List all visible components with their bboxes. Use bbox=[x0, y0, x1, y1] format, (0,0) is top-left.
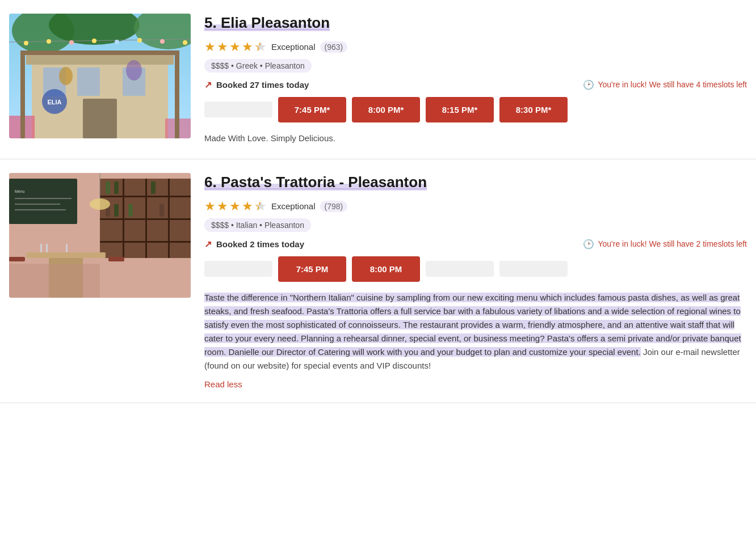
rating-row-1: ★ ★ ★ ★ ★ ★ Exceptional (963) bbox=[204, 40, 747, 54]
star-1-4: ★ bbox=[242, 40, 253, 54]
restaurant-name-2[interactable]: 6 bbox=[204, 174, 212, 191]
svg-point-12 bbox=[47, 39, 51, 44]
star-2-4: ★ bbox=[242, 199, 253, 214]
booking-row-2: ↗ Booked 2 times today 🕑 You're in luck!… bbox=[204, 239, 747, 250]
restaurant-card-1: ELIA 5. Elia Pleasanton ★ ★ ★ ★ bbox=[0, 0, 756, 159]
svg-point-20 bbox=[126, 60, 142, 81]
svg-point-14 bbox=[92, 39, 96, 43]
svg-point-19 bbox=[59, 67, 73, 85]
svg-rect-25 bbox=[20, 50, 25, 138]
svg-text:Menu: Menu bbox=[15, 189, 25, 193]
star-2-1: ★ bbox=[204, 199, 216, 214]
svg-rect-40 bbox=[114, 204, 119, 217]
svg-point-57 bbox=[90, 198, 110, 210]
stars-1: ★ ★ ★ ★ ★ ★ bbox=[204, 40, 267, 54]
svg-rect-51 bbox=[9, 257, 25, 261]
svg-rect-26 bbox=[175, 50, 179, 138]
restaurant-list: ELIA 5. Elia Pleasanton ★ ★ ★ ★ bbox=[0, 0, 756, 403]
svg-rect-43 bbox=[159, 204, 164, 217]
svg-rect-27 bbox=[20, 50, 179, 55]
restaurant-title-1[interactable]: Elia Pleasanton bbox=[221, 14, 330, 31]
svg-rect-34 bbox=[123, 179, 124, 258]
luck-clock-icon-1: 🕑 bbox=[583, 79, 594, 90]
svg-point-11 bbox=[24, 41, 28, 45]
star-1-2: ★ bbox=[217, 40, 228, 54]
booking-row-1: ↗ Booked 27 times today 🕑 You're in luck… bbox=[204, 79, 747, 90]
timeslot-btn-1-4[interactable]: 8:30 PM* bbox=[499, 97, 568, 122]
svg-rect-53 bbox=[40, 244, 42, 252]
rating-label-1: Exceptional bbox=[271, 42, 316, 52]
rating-label-2: Exceptional bbox=[271, 201, 316, 211]
svg-point-16 bbox=[137, 38, 142, 43]
read-less-link-2[interactable]: Read less bbox=[204, 379, 747, 389]
restaurant-title-2[interactable]: Pasta's Trattoria - Pleasanton bbox=[221, 174, 427, 191]
svg-rect-41 bbox=[128, 204, 133, 217]
svg-rect-44 bbox=[9, 179, 77, 224]
star-2-2: ★ bbox=[217, 199, 228, 214]
booked-icon-1: ↗ bbox=[204, 79, 212, 90]
cuisine-badge-2: $$$$ • Italian • Pleasanton bbox=[204, 218, 311, 232]
restaurant-image-1[interactable]: ELIA bbox=[9, 14, 191, 138]
timeslot-btn-1-0 bbox=[204, 102, 272, 117]
rating-row-2: ★ ★ ★ ★ ★ ★ Exceptional (798) bbox=[204, 199, 747, 214]
cuisine-row-2: $$$$ • Italian • Pleasanton bbox=[204, 218, 747, 232]
booked-text-2: ↗ Booked 2 times today bbox=[204, 239, 304, 250]
restaurant-info-2: 6. Pasta's Trattoria - Pleasanton ★ ★ ★ … bbox=[204, 173, 747, 389]
svg-point-13 bbox=[69, 40, 74, 45]
cuisine-row-1: $$$$ • Greek • Pleasanton bbox=[204, 59, 747, 73]
svg-rect-37 bbox=[106, 181, 110, 194]
timeslot-btn-1-3[interactable]: 8:15 PM* bbox=[426, 97, 494, 122]
description-1: Made With Love. Simply Delicious. bbox=[204, 132, 747, 145]
booked-text-1: ↗ Booked 27 times today bbox=[204, 79, 309, 90]
svg-rect-9 bbox=[83, 99, 117, 138]
restaurant-info-1: 5. Elia Pleasanton ★ ★ ★ ★ ★ ★ Exception… bbox=[204, 14, 747, 145]
restaurant-name-1[interactable]: 5 bbox=[204, 14, 212, 31]
luck-text-1: 🕑 You're in luck! We still have 4 timesl… bbox=[583, 79, 747, 90]
svg-point-17 bbox=[160, 39, 165, 44]
restaurant-card-2: Menu 6 bbox=[0, 159, 756, 403]
star-1-1: ★ bbox=[204, 40, 216, 54]
svg-rect-55 bbox=[66, 244, 68, 252]
svg-rect-49 bbox=[26, 252, 106, 258]
review-count-1: (963) bbox=[320, 41, 348, 53]
star-2-3: ★ bbox=[229, 199, 241, 214]
star-1-5b: ★ bbox=[255, 40, 267, 54]
review-count-2: (798) bbox=[320, 201, 348, 212]
timeslot-btn-1-1[interactable]: 7:45 PM* bbox=[278, 97, 346, 122]
description-2: Taste the difference in "Northern Italia… bbox=[204, 291, 747, 373]
svg-rect-42 bbox=[151, 181, 156, 194]
svg-rect-35 bbox=[145, 179, 147, 258]
svg-rect-54 bbox=[46, 244, 48, 252]
timeslot-buttons-2: 7:45 PM 8:00 PM bbox=[204, 256, 747, 282]
svg-text:ELIA: ELIA bbox=[47, 99, 61, 105]
timeslot-btn-2-3 bbox=[426, 261, 494, 277]
timeslot-buttons-1: 7:45 PM* 8:00 PM* 8:15 PM* 8:30 PM* bbox=[204, 97, 747, 122]
svg-rect-52 bbox=[108, 257, 124, 261]
luck-clock-icon-2: 🕑 bbox=[583, 239, 594, 250]
luck-text-2: 🕑 You're in luck! We still have 2 timesl… bbox=[583, 239, 747, 250]
restaurant-image-2[interactable]: Menu bbox=[9, 173, 191, 298]
booked-icon-2: ↗ bbox=[204, 239, 212, 250]
svg-point-15 bbox=[115, 40, 119, 44]
svg-point-18 bbox=[183, 40, 187, 45]
timeslot-btn-2-0 bbox=[204, 261, 272, 277]
timeslot-btn-2-4 bbox=[499, 261, 568, 277]
timeslot-btn-2-1[interactable]: 7:45 PM bbox=[278, 256, 346, 282]
svg-rect-7 bbox=[77, 67, 100, 96]
stars-2: ★ ★ ★ ★ ★ ★ bbox=[204, 199, 267, 214]
svg-rect-58 bbox=[9, 264, 100, 298]
cuisine-badge-1: $$$$ • Greek • Pleasanton bbox=[204, 59, 312, 73]
svg-rect-36 bbox=[168, 179, 170, 258]
svg-rect-38 bbox=[114, 181, 119, 194]
timeslot-btn-2-2[interactable]: 8:00 PM bbox=[352, 256, 420, 282]
timeslot-btn-1-2[interactable]: 8:00 PM* bbox=[352, 97, 420, 122]
star-2-5b: ★ bbox=[255, 199, 267, 214]
star-1-3: ★ bbox=[229, 40, 241, 54]
